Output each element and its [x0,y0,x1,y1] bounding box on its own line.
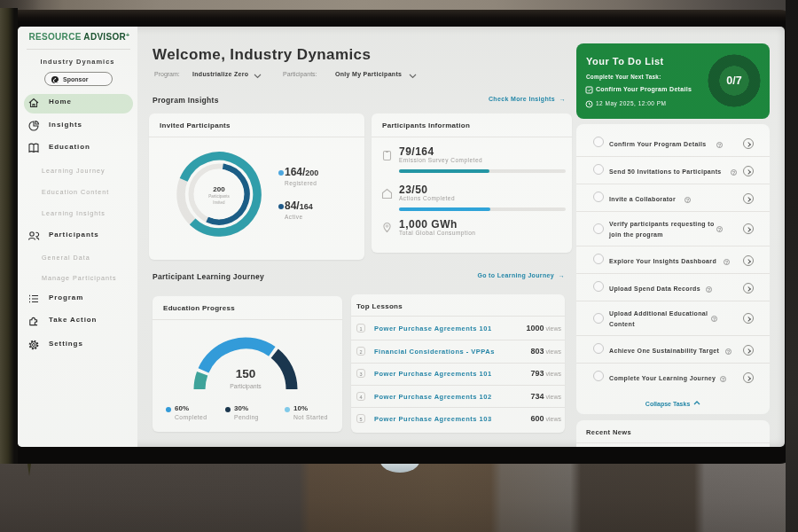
svg-text:Participants: Participants [208,194,230,199]
svg-text:Invited: Invited [213,200,225,205]
svg-text:200: 200 [213,185,225,193]
